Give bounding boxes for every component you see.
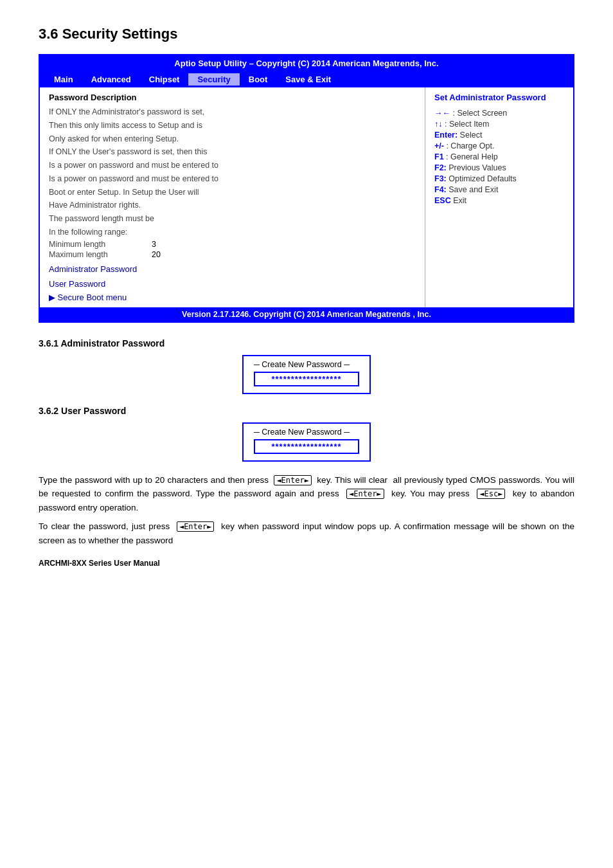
key-row-4: F1 : General Help xyxy=(434,152,564,161)
key-desc-1: : Select Item xyxy=(445,120,489,129)
key-desc-0: : Select Screen xyxy=(452,109,507,118)
admin-password-field[interactable]: ****************** xyxy=(254,372,359,386)
body-paragraph-1: To clear the password, just press ◄Enter… xyxy=(39,520,574,547)
desc-line-3: If ONLY the User's password is set, then… xyxy=(49,146,416,158)
secure-boot-menu[interactable]: ▶ Secure Boot menu xyxy=(49,293,416,302)
key-desc-2: Select xyxy=(460,131,483,140)
key-row-1: ↑↓ : Select Item xyxy=(434,120,564,129)
desc-line-9: In the following range: xyxy=(49,226,416,239)
nav-advanced[interactable]: Advanced xyxy=(82,73,140,86)
key-f4: F4: xyxy=(434,185,447,194)
key-enter: Enter: xyxy=(434,131,458,140)
nav-security[interactable]: Security xyxy=(188,73,239,86)
body-paragraph-0: Type the password with up to 20 characte… xyxy=(39,473,574,515)
nav-boot[interactable]: Boot xyxy=(240,73,277,86)
key-desc-7: Save and Exit xyxy=(449,185,498,194)
key-desc-3: : Charge Opt. xyxy=(446,141,494,150)
key-updown: ↑↓ xyxy=(434,120,443,129)
key-f3: F3: xyxy=(434,174,447,183)
key-row-7: F4: Save and Exit xyxy=(434,185,564,194)
key-row-5: F2: Previous Values xyxy=(434,163,564,172)
key-desc-5: Previous Values xyxy=(449,163,506,172)
desc-line-8: The password length must be xyxy=(49,213,416,225)
key-desc-8: Exit xyxy=(453,196,466,205)
user-password-field[interactable]: ****************** xyxy=(254,439,359,454)
key-f1: F1 xyxy=(434,152,444,161)
sub-section-title-user: 3.6.2 User Password xyxy=(39,406,574,416)
bios-left-panel: Password Description If ONLY the Adminis… xyxy=(40,87,425,307)
key-desc-4: : General Help xyxy=(446,152,498,161)
admin-password-dialog-wrapper: ─ Create New Password ─ ****************… xyxy=(39,355,574,394)
admin-dialog-title: ─ Create New Password ─ xyxy=(254,360,359,369)
password-description-label: Password Description xyxy=(49,93,416,102)
key-arrow: →← xyxy=(434,109,450,118)
min-length-value: 3 xyxy=(152,240,156,249)
admin-password-dialog: ─ Create New Password ─ ****************… xyxy=(242,355,371,394)
bios-body: Password Description If ONLY the Adminis… xyxy=(40,87,573,307)
enter-key-icon-2: ◄Enter► xyxy=(346,489,384,499)
bios-footer: Version 2.17.1246. Copyright (C) 2014 Am… xyxy=(40,307,573,321)
nav-main[interactable]: Main xyxy=(45,73,82,86)
nav-chipset[interactable]: Chipset xyxy=(140,73,189,86)
enter-key-icon-1: ◄Enter► xyxy=(274,475,312,485)
enter-key-icon-3: ◄Enter► xyxy=(177,521,215,532)
footer-label: ARCHMI-8XX Series User Manual xyxy=(39,559,574,568)
max-length-label: Maximum length xyxy=(49,250,152,259)
max-length-row: Maximum length 20 xyxy=(49,250,416,259)
key-esc: ESC xyxy=(434,196,451,205)
key-plusminus: +/- xyxy=(434,141,444,150)
desc-line-0: If ONLY the Administrator's password is … xyxy=(49,106,416,118)
admin-password-item[interactable]: Administrator Password xyxy=(49,264,416,274)
page-title: 3.6 Security Settings xyxy=(39,26,574,42)
key-row-0: →← : Select Screen xyxy=(434,109,564,118)
user-password-dialog: ─ Create New Password ─ ****************… xyxy=(242,422,371,462)
desc-line-4: Is a power on password and must be enter… xyxy=(49,159,416,172)
sub-section-title-admin: 3.6.1 Administrator Password xyxy=(39,338,574,348)
esc-key-icon: ◄Esc► xyxy=(477,489,505,499)
key-desc-6: Optimized Defaults xyxy=(449,174,517,183)
min-length-label: Minimum length xyxy=(49,240,152,249)
user-dialog-title: ─ Create New Password ─ xyxy=(254,428,359,437)
key-row-3: +/- : Charge Opt. xyxy=(434,141,564,150)
key-row-6: F3: Optimized Defaults xyxy=(434,174,564,183)
min-length-row: Minimum length 3 xyxy=(49,240,416,249)
help-title: Set Administrator Password xyxy=(434,93,564,102)
user-password-dialog-wrapper: ─ Create New Password ─ ****************… xyxy=(39,422,574,462)
user-password-item[interactable]: User Password xyxy=(49,279,416,289)
max-length-value: 20 xyxy=(152,250,161,259)
desc-line-7: Have Administrator rights. xyxy=(49,199,416,212)
bios-nav: Main Advanced Chipset Security Boot Save… xyxy=(40,71,573,87)
desc-line-6: Boot or enter Setup. In Setup the User w… xyxy=(49,186,416,199)
nav-save-exit[interactable]: Save & Exit xyxy=(276,73,340,86)
desc-line-1: Then this only limits access to Setup an… xyxy=(49,120,416,132)
desc-line-2: Only asked for when entering Setup. xyxy=(49,133,416,145)
key-row-8: ESC Exit xyxy=(434,196,564,205)
bios-header: Aptio Setup Utility – Copyright (C) 2014… xyxy=(40,55,573,71)
bios-frame: Aptio Setup Utility – Copyright (C) 2014… xyxy=(39,54,574,323)
key-f2: F2: xyxy=(434,163,447,172)
key-row-2: Enter: Select xyxy=(434,131,564,140)
bios-right-panel: Set Administrator Password →← : Select S… xyxy=(425,87,573,307)
desc-line-5: Is a power on password and must be enter… xyxy=(49,173,416,185)
